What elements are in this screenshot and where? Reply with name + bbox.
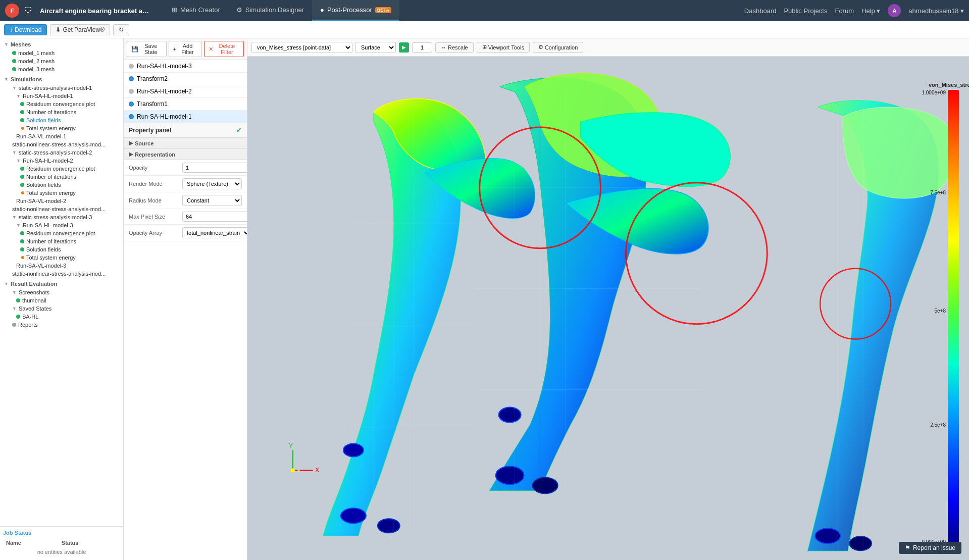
simulations-section[interactable]: ▼ Simulations [0,73,123,84]
sidebar-item-iterations1[interactable]: Number of iterations [0,108,123,116]
chevron-icon: ▼ [16,158,21,163]
sidebar-item-residuum1[interactable]: Residuum convergence plot [0,100,123,108]
pipeline-item-4[interactable]: Run-SA-HL-model-1 [124,111,247,123]
source-section: ▶ Source [124,138,247,149]
svg-text:Y: Y [289,442,293,449]
radius-mode-select[interactable]: Constant [182,195,242,206]
sidebar-item-nonlinear2[interactable]: static-nonlinear-stress-analysis-mod... [0,205,123,213]
sidebar-item-energy2[interactable]: Total system energy [0,189,123,197]
render-mode-select[interactable]: Sphere (Texture) [182,178,242,189]
x-icon: ✕ [209,46,213,53]
sidebar-item-model1-mesh[interactable]: model_1 mesh [0,49,123,57]
sidebar-item-energy1[interactable]: Total system energy [0,124,123,132]
nav-dashboard[interactable]: Dashboard [744,7,777,15]
paraview-button[interactable]: ⬇ Get ParaView® [50,24,110,35]
sidebar-item-nonlinear1[interactable]: static-nonlinear-stress-analysis-mod... [0,140,123,148]
sidebar-item-run-sa-hl-model1[interactable]: ▼ Run-SA-HL-model-1 [0,92,123,100]
sidebar-item-ssa-model3[interactable]: ▼ static-stress-analysis-model-3 [0,213,123,221]
status-dot-green [20,167,24,171]
meshes-section[interactable]: ▼ Meshes [0,38,123,49]
svg-point-2 [378,519,400,533]
svg-point-3 [343,443,364,456]
user-menu[interactable]: ahmedhussain18 ▾ [908,7,964,15]
sidebar-item-model3-mesh[interactable]: model_3 mesh [0,65,123,73]
surface-select[interactable]: Surface [355,42,396,53]
left-sidebar: ▼ Meshes model_1 mesh model_2 mesh model… [0,38,124,560]
tab-post-processor[interactable]: ● Post-Processor BETA [312,0,399,21]
nav-shield-icon: 🛡 [24,6,32,15]
sidebar-item-run-sa-hl-model3[interactable]: ▼ Run-SA-HL-model-3 [0,221,123,229]
status-dot-green [20,183,24,187]
sidebar-item-residuum2[interactable]: Residuum convergence plot [0,165,123,173]
opacity-input[interactable] [182,163,247,173]
sidebar-item-run-sa-vl-model2[interactable]: Run-SA-VL-model-2 [0,197,123,205]
sidebar-item-run-sa-hl-model2[interactable]: ▼ Run-SA-HL-model-2 [0,157,123,165]
sidebar-item-solution2[interactable]: Solution fields [0,181,123,189]
rescale-button[interactable]: ↔ Rescale [435,42,474,53]
download-button[interactable]: ↓ Download [4,24,47,35]
pipeline-item-3[interactable]: Transform1 [124,98,247,111]
job-table: Name Status no entities available [3,538,120,557]
beta-badge: BETA [375,7,391,13]
sidebar-item-thumbnail[interactable]: thumbnail [0,296,123,304]
pipeline-panel: 💾 Save State + Add Filter ✕ Delete Filte… [124,38,247,560]
viewport-tools-button[interactable]: ⊞ Viewport Tools [477,42,530,53]
legend-v75: 7.5e+8 [930,190,946,195]
sidebar-item-model2-mesh[interactable]: model_2 mesh [0,57,123,65]
status-dot-green [20,102,24,106]
result-eval-section[interactable]: ▼ Result Evaluation [0,278,123,288]
delete-filter-button[interactable]: ✕ Delete Filter [204,41,244,57]
pipeline-item-2[interactable]: Run-SA-HL-model-2 [124,85,247,98]
nav-help[interactable]: Help ▾ [861,7,880,15]
report-issue-button[interactable]: ⚑ Report an issue [899,542,961,554]
sidebar-item-residuum3[interactable]: Residuum convergence plot [0,229,123,237]
sidebar-item-reports[interactable]: Reports [0,321,123,329]
sidebar-item-ssa-model2[interactable]: ▼ static-stress-analysis-model-2 [0,148,123,157]
sidebar-item-solution3[interactable]: Solution fields [0,245,123,253]
job-empty-msg: no entities available [4,548,119,556]
chevron-icon: ▼ [12,215,17,220]
add-filter-button[interactable]: + Add Filter [169,41,202,57]
top-toolbar: ↓ Download ⬇ Get ParaView® ↻ [0,21,969,38]
sidebar-item-nonlinear3[interactable]: static-nonlinear-stress-analysis-mod... [0,270,123,278]
pipeline-item-1[interactable]: Transform2 [124,73,247,85]
save-state-button[interactable]: 💾 Save State [127,41,167,57]
max-pixel-input[interactable] [182,212,247,222]
sidebar-item-run-sa-vl-model3[interactable]: Run-SA-VL-model-3 [0,262,123,270]
sidebar-item-ssa-model1[interactable]: ▼ static-stress-analysis-model-1 [0,84,123,92]
sidebar-item-iterations2[interactable]: Number of iterations [0,173,123,181]
field-select[interactable]: von_Mises_stress [point-data] [251,42,352,53]
tab-mesh-creator[interactable]: ⊞ Mesh Creator [164,0,228,21]
sidebar-item-iterations3[interactable]: Number of iterations [0,237,123,245]
sidebar-item-screenshots[interactable]: ▼ Screenshots [0,288,123,296]
checkmark-icon[interactable]: ✓ [236,126,242,134]
configuration-button[interactable]: ⚙ Configuration [533,42,583,53]
chevron-down-icon: ▼ [4,42,9,47]
settings-icon: ⚙ [236,6,242,14]
pipeline-item-0[interactable]: Run-SA-HL-model-3 [124,60,247,73]
tab-simulation-designer[interactable]: ⚙ Simulation Designer [228,0,312,21]
nav-public-projects[interactable]: Public Projects [784,7,827,15]
color-legend: von_Mises_stress (Pa) 1.000e+09 7.5e+8 5… [929,82,959,545]
opacity-array-label: Opacity Array [129,230,179,236]
play-button[interactable]: ▶ [399,42,409,53]
sidebar-item-run-sa-vl-model1[interactable]: Run-SA-VL-model-1 [0,132,123,140]
status-dot-green [16,298,20,302]
sidebar-item-saved-states[interactable]: ▼ Saved States [0,304,123,313]
legend-max: 1.000e+09 [922,90,946,95]
status-dot-green [12,59,16,63]
sidebar-item-energy3[interactable]: Total system energy [0,253,123,262]
sidebar-item-solution1[interactable]: Solution fields [0,116,123,124]
opacity-array-select[interactable]: total_nonlinear_strain [182,227,247,238]
circle-icon: ● [320,6,324,14]
sidebar-item-sa-hl[interactable]: SA-HL [0,313,123,321]
refresh-button[interactable]: ↻ [113,24,129,35]
chevron-icon: ▼ [16,93,21,98]
viewport-3d[interactable]: X Y + von_Mises_stress (Pa) 1.000e+09 7.… [247,57,969,560]
nav-forum[interactable]: Forum [835,7,854,15]
status-dot-orange [21,191,24,194]
nav-tabs: ⊞ Mesh Creator ⚙ Simulation Designer ● P… [164,0,399,21]
frame-input[interactable] [412,42,432,53]
radius-mode-label: Radius Mode [129,197,179,203]
project-title: Aircraft engine bearing bracket an... [40,7,151,15]
